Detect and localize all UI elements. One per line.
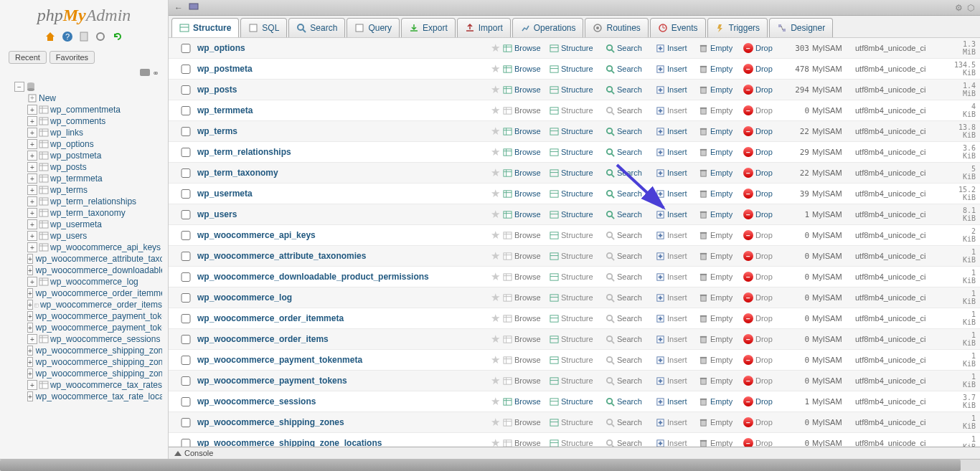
row-checkbox[interactable]: [177, 418, 194, 427]
structure-action[interactable]: Structure: [550, 148, 606, 157]
settings-icon[interactable]: [95, 31, 106, 42]
browse-action[interactable]: Browse: [503, 231, 550, 240]
insert-action[interactable]: Insert: [656, 44, 699, 53]
search-action[interactable]: Search: [606, 148, 656, 157]
search-action[interactable]: Search: [606, 231, 656, 240]
gear-icon[interactable]: ⚙: [955, 3, 963, 13]
empty-action[interactable]: Empty: [699, 210, 743, 219]
row-checkbox[interactable]: [177, 106, 194, 115]
drop-action[interactable]: −Drop: [743, 126, 783, 136]
drop-action[interactable]: −Drop: [743, 147, 783, 157]
tab-triggers[interactable]: Triggers: [707, 18, 768, 37]
insert-action[interactable]: Insert: [656, 210, 699, 219]
search-action[interactable]: Search: [606, 356, 656, 365]
tree-expand-icon[interactable]: +: [27, 265, 33, 275]
drop-action[interactable]: −Drop: [743, 376, 783, 386]
drop-action[interactable]: −Drop: [743, 168, 783, 178]
insert-action[interactable]: Insert: [656, 106, 699, 115]
tab-designer[interactable]: Designer: [769, 18, 833, 37]
browse-action[interactable]: Browse: [503, 397, 550, 406]
row-checkbox[interactable]: [177, 272, 194, 282]
tab-operations[interactable]: Operations: [512, 18, 584, 37]
row-checkbox[interactable]: [177, 148, 194, 157]
empty-action[interactable]: Empty: [699, 106, 743, 115]
tree-table-item[interactable]: +wp_woocommerce_sessions: [6, 333, 162, 345]
row-checkbox[interactable]: [177, 335, 194, 344]
empty-action[interactable]: Empty: [699, 314, 743, 323]
tree-table-item[interactable]: +wp_woocommerce_shipping_zone_locations: [6, 356, 162, 368]
empty-action[interactable]: Empty: [699, 335, 743, 344]
structure-action[interactable]: Structure: [550, 356, 606, 365]
tree-expand-icon[interactable]: +: [27, 128, 37, 138]
tree-table-item[interactable]: +wp_woocommerce_tax_rate_locations: [6, 391, 162, 402]
structure-action[interactable]: Structure: [550, 127, 606, 136]
insert-action[interactable]: Insert: [656, 376, 699, 386]
favorite-star-icon[interactable]: ★: [487, 374, 503, 387]
table-name[interactable]: wp_woocommerce_attribute_taxonomies: [194, 251, 487, 261]
tree-new[interactable]: + New: [6, 92, 162, 104]
structure-action[interactable]: Structure: [550, 397, 606, 406]
table-name[interactable]: wp_woocommerce_payment_tokens: [194, 376, 487, 386]
insert-action[interactable]: Insert: [656, 65, 699, 74]
tree-table-item[interactable]: +wp_woocommerce_order_items: [6, 299, 162, 310]
insert-action[interactable]: Insert: [656, 252, 699, 261]
search-action[interactable]: Search: [606, 44, 656, 53]
tab-sql[interactable]: SQL: [240, 18, 287, 37]
table-name[interactable]: wp_woocommerce_payment_tokenmeta: [194, 355, 487, 365]
tree-table-item[interactable]: +wp_postmeta: [6, 150, 162, 161]
structure-action[interactable]: Structure: [550, 418, 606, 427]
structure-action[interactable]: Structure: [550, 189, 606, 199]
table-name[interactable]: wp_users: [194, 209, 487, 219]
search-action[interactable]: Search: [606, 189, 656, 199]
favorite-star-icon[interactable]: ★: [487, 187, 503, 200]
tree-table-item[interactable]: +wp_woocommerce_payment_tokenmeta: [6, 310, 162, 322]
row-checkbox[interactable]: [177, 356, 194, 365]
help-icon[interactable]: ?: [62, 31, 73, 42]
search-action[interactable]: Search: [606, 252, 656, 261]
browse-action[interactable]: Browse: [503, 44, 550, 53]
tree-expand-icon[interactable]: +: [27, 139, 37, 149]
favorite-star-icon[interactable]: ★: [487, 270, 503, 283]
browse-action[interactable]: Browse: [503, 189, 550, 199]
scrollbar-thumb[interactable]: [0, 460, 961, 471]
console-toggle-icon[interactable]: [174, 451, 182, 456]
tree-expand-icon[interactable]: +: [27, 368, 33, 379]
favorite-star-icon[interactable]: ★: [487, 42, 503, 54]
insert-action[interactable]: Insert: [656, 272, 699, 282]
drop-action[interactable]: −Drop: [743, 313, 783, 323]
tree-expand-icon[interactable]: +: [27, 196, 37, 206]
tree-table-item[interactable]: +wp_woocommerce_log: [6, 276, 162, 287]
tree-table-item[interactable]: +wp_commentmeta: [6, 104, 162, 115]
tree-expand-icon[interactable]: +: [27, 105, 37, 115]
empty-action[interactable]: Empty: [699, 293, 743, 303]
tab-events[interactable]: Events: [650, 18, 706, 37]
drop-action[interactable]: −Drop: [743, 189, 783, 199]
tree-expand-icon[interactable]: +: [27, 323, 33, 333]
tree-expand-icon[interactable]: +: [27, 334, 37, 344]
empty-action[interactable]: Empty: [699, 231, 743, 240]
drop-action[interactable]: −Drop: [743, 272, 783, 282]
tree-table-item[interactable]: +wp_usermeta: [6, 219, 162, 230]
insert-action[interactable]: Insert: [656, 418, 699, 427]
favorite-star-icon[interactable]: ★: [487, 229, 503, 242]
row-checkbox[interactable]: [177, 210, 194, 219]
tree-table-item[interactable]: +wp_posts: [6, 161, 162, 173]
empty-action[interactable]: Empty: [699, 127, 743, 136]
tree-expand-icon[interactable]: +: [27, 346, 33, 356]
tree-table-item[interactable]: +wp_comments: [6, 115, 162, 127]
console-bar[interactable]: Console: [169, 447, 980, 459]
link-icon[interactable]: ⚭: [152, 68, 159, 78]
browse-action[interactable]: Browse: [503, 65, 550, 74]
structure-action[interactable]: Structure: [550, 293, 606, 303]
tree-table-item[interactable]: +wp_woocommerce_downloadable_product_per…: [6, 265, 162, 276]
favorite-star-icon[interactable]: ★: [487, 353, 503, 366]
row-checkbox[interactable]: [177, 314, 194, 323]
drop-action[interactable]: −Drop: [743, 43, 783, 53]
tree-expand-icon[interactable]: +: [27, 151, 37, 161]
empty-action[interactable]: Empty: [699, 376, 743, 386]
tree-table-item[interactable]: +wp_woocommerce_attribute_taxonomies: [6, 253, 162, 265]
tree-expand-icon[interactable]: +: [27, 357, 33, 367]
browse-action[interactable]: Browse: [503, 376, 550, 386]
tree-expand-icon[interactable]: +: [27, 311, 33, 321]
drop-action[interactable]: −Drop: [743, 230, 783, 240]
